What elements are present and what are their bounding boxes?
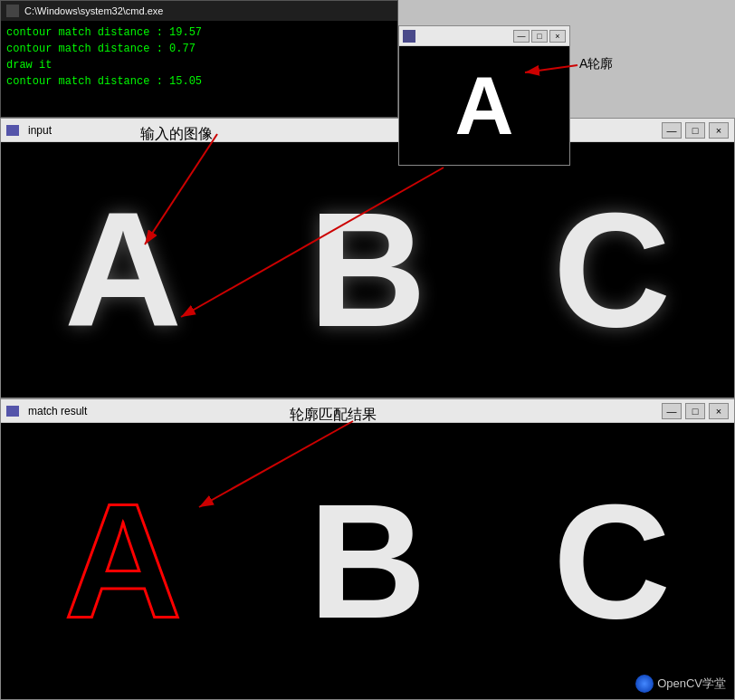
opencv-logo (635, 675, 654, 693)
input-letter-b: B (309, 188, 426, 351)
contour-maximize-btn[interactable]: □ (531, 30, 548, 43)
input-window: input — □ × A B C (0, 118, 735, 398)
contour-minimize-btn[interactable]: — (513, 30, 530, 43)
cmd-line-4: contour match distance : 15.05 (6, 73, 392, 90)
match-win-controls: — □ × (662, 403, 729, 419)
match-maximize-btn[interactable]: □ (685, 403, 705, 419)
cmd-titlebar: C:\Windows\system32\cmd.exe (1, 1, 397, 21)
contour-titlebar: — □ × (399, 26, 569, 46)
cmd-title: C:\Windows\system32\cmd.exe (24, 5, 392, 16)
input-win-controls: — □ × (662, 122, 729, 139)
contour-win-controls: — □ × (513, 30, 566, 43)
contour-body: A (399, 46, 569, 165)
contour-letter-a: A (455, 65, 514, 147)
watermark: OpenCV学堂 (635, 675, 726, 693)
match-annotation-label: 轮廓匹配结果 (290, 406, 377, 425)
cmd-line-2: contour match distance : 0.77 (6, 41, 392, 57)
input-minimize-btn[interactable]: — (662, 122, 682, 139)
cmd-icon (6, 5, 19, 17)
contour-annotation-label: A轮廓 (579, 56, 613, 72)
cmd-body: contour match distance : 19.57 contour m… (1, 21, 397, 93)
input-titlebar: input — □ × (1, 119, 734, 142)
match-body: A B C (1, 423, 734, 699)
input-window-icon (6, 125, 19, 136)
match-minimize-btn[interactable]: — (662, 403, 682, 419)
input-body: A B C (1, 142, 734, 398)
contour-window: — □ × A (398, 25, 570, 166)
input-maximize-btn[interactable]: □ (685, 122, 705, 139)
cmd-line-1: contour match distance : 19.57 (6, 24, 392, 41)
cmd-line-3: draw it (6, 57, 392, 73)
match-letter-b: B (309, 480, 426, 643)
input-close-btn[interactable]: × (709, 122, 729, 139)
contour-close-btn[interactable]: × (549, 30, 566, 43)
watermark-text: OpenCV学堂 (657, 676, 726, 692)
match-close-btn[interactable]: × (709, 403, 729, 419)
match-letter-a: A (64, 480, 182, 643)
match-letter-c: C (553, 480, 671, 643)
input-letter-c: C (553, 188, 671, 351)
contour-window-icon (403, 30, 415, 43)
input-annotation-label: 输入的图像 (140, 125, 213, 144)
input-letter-a: A (64, 188, 182, 351)
cmd-window: C:\Windows\system32\cmd.exe contour matc… (0, 0, 398, 118)
match-window-icon (6, 406, 19, 417)
match-window: match result — □ × A B C (0, 398, 735, 700)
